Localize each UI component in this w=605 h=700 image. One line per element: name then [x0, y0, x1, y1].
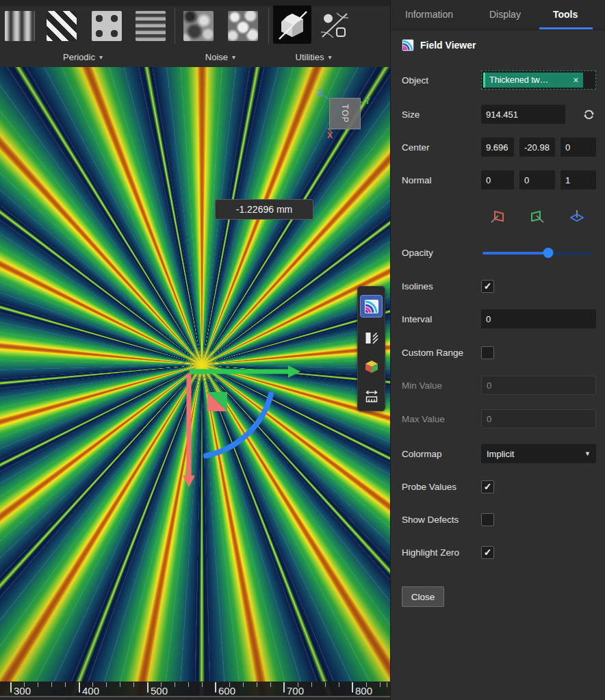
periodic-group-label: Periodic	[63, 52, 95, 62]
periodic-gyroid-icon[interactable]	[136, 11, 166, 41]
periodic-group-dropdown[interactable]: Periodic ▾	[63, 52, 103, 62]
probe-value-tooltip: -1.22696 mm	[215, 199, 313, 220]
min-value-input: 0	[481, 376, 596, 395]
tab-tools[interactable]: Tools	[553, 9, 578, 20]
highlight-zero-checkbox[interactable]: ✓	[481, 546, 494, 559]
shaded-view-tool-button[interactable]	[360, 355, 383, 378]
normal-z-input[interactable]: 1	[561, 170, 596, 190]
ruler-label: 700	[287, 685, 304, 697]
object-row: Object Thickened tw… ✕	[402, 70, 596, 90]
plane-presets-row	[402, 207, 596, 226]
show-defects-checkbox[interactable]: ✓	[481, 513, 494, 526]
interval-label: Interval	[402, 314, 481, 324]
noise-voronoi-icon[interactable]	[228, 11, 258, 41]
probe-values-row: Probe Values ✓	[402, 477, 596, 496]
ruler-major-tick	[79, 682, 80, 692]
check-icon: ✓	[484, 281, 492, 291]
axis-label-z: Z	[318, 88, 322, 98]
object-chip-text: Thickened tw…	[489, 75, 570, 85]
check-icon: ✓	[484, 482, 492, 491]
utilities-group-dropdown[interactable]: Utilities ▾	[296, 52, 332, 62]
caret-down-icon: ▼	[584, 450, 591, 457]
opacity-label: Opacity	[402, 248, 481, 258]
section-view-tool-button[interactable]	[360, 326, 383, 349]
highlight-zero-label: Highlight Zero	[402, 547, 481, 558]
ruler-label: 600	[218, 685, 235, 697]
ruler-major-tick	[215, 682, 216, 692]
view-cube[interactable]: TOP	[329, 98, 361, 129]
utilities-implicit-body-icon[interactable]	[273, 5, 311, 44]
opacity-row: Opacity	[402, 243, 596, 262]
tab-display[interactable]: Display	[489, 9, 521, 20]
ruler-major-tick	[283, 682, 285, 692]
noise-perlin-icon[interactable]	[183, 11, 214, 41]
ruler-label: 400	[82, 685, 99, 697]
object-label: Object	[402, 75, 481, 86]
isolines-checkbox[interactable]: ✓	[481, 280, 494, 293]
xy-plane-button[interactable]	[569, 208, 585, 224]
max-value-row: Max Value 0	[402, 409, 596, 428]
gizmo-x-arrow	[190, 365, 300, 378]
ruler-label: 500	[151, 685, 168, 697]
probe-values-checkbox[interactable]: ✓	[481, 480, 494, 493]
axis-label-x: X	[327, 131, 333, 140]
probe-value-text: -1.22696 mm	[236, 204, 292, 215]
ruler-major-tick	[147, 682, 149, 692]
axis-gizmo[interactable]	[0, 67, 390, 700]
center-y-input[interactable]: -20.98	[519, 138, 555, 157]
object-input[interactable]: Thickened tw… ✕	[481, 70, 596, 90]
caret-down-icon: ▾	[99, 53, 103, 61]
colormap-dropdown[interactable]: Implicit ▼	[481, 444, 596, 463]
custom-range-checkbox[interactable]: ✓	[481, 346, 494, 359]
custom-range-label: Custom Range	[402, 348, 481, 358]
periodic-wavy-stripes-icon[interactable]	[5, 11, 35, 41]
normal-x-input[interactable]: 0	[481, 170, 514, 190]
colormap-row: Colormap Implicit ▼	[402, 444, 596, 463]
gizmo-y-arrow	[183, 374, 195, 487]
normal-row: Normal 0 0 1	[402, 170, 596, 190]
caret-down-icon: ▾	[328, 53, 331, 61]
measure-tool-button[interactable]	[360, 385, 383, 407]
viewport-3d-field-view[interactable]: -1.22696 mm TOP Z Y X	[0, 67, 390, 700]
close-button[interactable]: Close	[402, 586, 444, 607]
min-value-label: Min Value	[402, 380, 481, 391]
axis-label-y: Y	[365, 96, 370, 106]
size-label: Size	[402, 109, 481, 120]
tab-information[interactable]: Information	[405, 9, 453, 20]
center-x-input[interactable]: 9.696	[481, 138, 514, 157]
field-viewer-icon	[402, 39, 414, 51]
slider-thumb[interactable]	[543, 248, 554, 258]
colormap-label: Colormap	[402, 449, 481, 459]
size-input[interactable]: 914.451	[481, 105, 565, 124]
normal-label: Normal	[402, 175, 481, 185]
view-cube-face-label: TOP	[340, 104, 350, 122]
field-viewer-icon	[364, 299, 379, 314]
utilities-field-misc-icon[interactable]	[320, 12, 349, 39]
yz-plane-button[interactable]	[489, 208, 506, 224]
probe-values-label: Probe Values	[402, 482, 481, 492]
noise-group-dropdown[interactable]: Noise ▾	[205, 52, 235, 62]
center-z-input[interactable]: 0	[561, 138, 596, 157]
refresh-size-button[interactable]	[581, 107, 596, 122]
field-viewer-tool-button[interactable]	[360, 295, 383, 317]
periodic-dot-grid-icon[interactable]	[92, 11, 122, 41]
toolbar-divider	[268, 8, 269, 44]
gizmo-plane-handle	[207, 392, 227, 411]
periodic-diagonal-stripes-icon[interactable]	[47, 11, 77, 41]
normal-y-input[interactable]: 0	[519, 170, 555, 190]
xz-plane-button[interactable]	[529, 208, 545, 224]
measure-ruler-icon	[364, 389, 379, 404]
slider-fill	[482, 252, 548, 255]
interval-input[interactable]: 0	[481, 309, 596, 328]
ruler-minor-ticks	[0, 682, 390, 687]
ruler-label: 800	[355, 685, 372, 697]
colormap-selected-value: Implicit	[487, 449, 514, 459]
chip-close-icon[interactable]: ✕	[573, 76, 579, 85]
opacity-slider[interactable]	[482, 248, 592, 258]
check-icon: ✓	[484, 547, 492, 557]
section-view-icon	[364, 330, 379, 346]
center-label: Center	[402, 142, 481, 153]
shape-library-toolbar: Periodic ▾ Noise ▾ Utilities ▾	[0, 0, 390, 67]
object-chip[interactable]: Thickened tw… ✕	[483, 73, 583, 88]
tools-panel: Information Display Tools Field Viewer O…	[390, 0, 605, 700]
